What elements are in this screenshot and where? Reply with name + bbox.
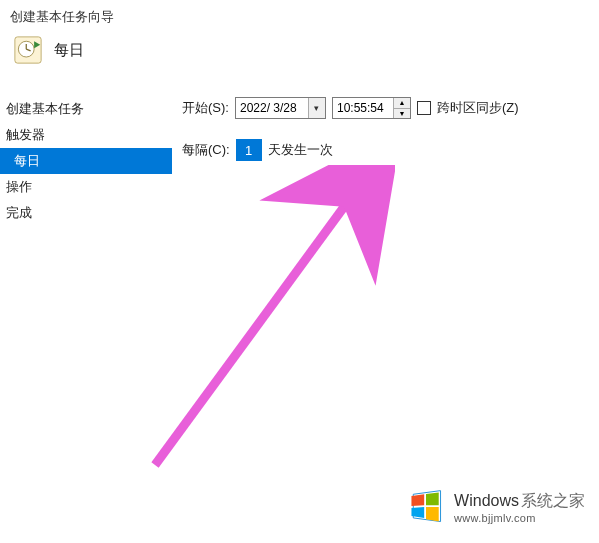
watermark-title: Windows 系统之家 — [454, 491, 585, 512]
wizard-header: 每日 — [0, 30, 599, 88]
content-area: 创建基本任务 触发器 每日 操作 完成 开始(S): 2022/ 3/28 ▾ … — [0, 96, 599, 226]
interval-input[interactable]: 1 — [236, 139, 262, 161]
sidebar-item-trigger[interactable]: 触发器 — [0, 122, 172, 148]
form-panel: 开始(S): 2022/ 3/28 ▾ 10:55:54 ▲ ▼ 跨时区同步(Z… — [172, 96, 519, 226]
sidebar-item-create-task[interactable]: 创建基本任务 — [0, 96, 172, 122]
time-picker[interactable]: 10:55:54 ▲ ▼ — [332, 97, 411, 119]
wizard-sidebar: 创建基本任务 触发器 每日 操作 完成 — [0, 96, 172, 226]
time-value: 10:55:54 — [333, 98, 393, 118]
chevron-down-icon: ▾ — [314, 103, 319, 113]
watermark: Windows 系统之家 www.bjjmlv.com — [406, 487, 585, 527]
sidebar-item-finish[interactable]: 完成 — [0, 200, 172, 226]
interval-suffix: 天发生一次 — [268, 141, 333, 159]
start-label: 开始(S): — [182, 99, 229, 117]
watermark-url: www.bjjmlv.com — [454, 512, 536, 524]
sidebar-item-daily[interactable]: 每日 — [0, 148, 172, 174]
svg-line-4 — [155, 185, 360, 465]
date-picker[interactable]: 2022/ 3/28 ▾ — [235, 97, 326, 119]
date-dropdown-button[interactable]: ▾ — [308, 98, 325, 118]
windows-logo-icon — [406, 487, 446, 527]
watermark-brand-sub: 系统之家 — [521, 491, 585, 512]
watermark-brand-main: Windows — [454, 492, 519, 510]
tz-sync-label: 跨时区同步(Z) — [437, 99, 519, 117]
wizard-step-title: 每日 — [54, 41, 84, 60]
watermark-text: Windows 系统之家 www.bjjmlv.com — [454, 491, 585, 524]
date-value: 2022/ 3/28 — [236, 101, 308, 115]
interval-row: 每隔(C): 1 天发生一次 — [182, 138, 519, 162]
clock-icon — [14, 36, 42, 64]
interval-label: 每隔(C): — [182, 141, 230, 159]
window-title: 创建基本任务向导 — [0, 0, 599, 30]
start-row: 开始(S): 2022/ 3/28 ▾ 10:55:54 ▲ ▼ 跨时区同步(Z… — [182, 96, 519, 120]
spinner-down-button[interactable]: ▼ — [394, 108, 410, 119]
sidebar-item-action[interactable]: 操作 — [0, 174, 172, 200]
spinner-up-button[interactable]: ▲ — [394, 98, 410, 108]
tz-sync-checkbox[interactable] — [417, 101, 431, 115]
time-spinner-buttons: ▲ ▼ — [393, 98, 410, 118]
